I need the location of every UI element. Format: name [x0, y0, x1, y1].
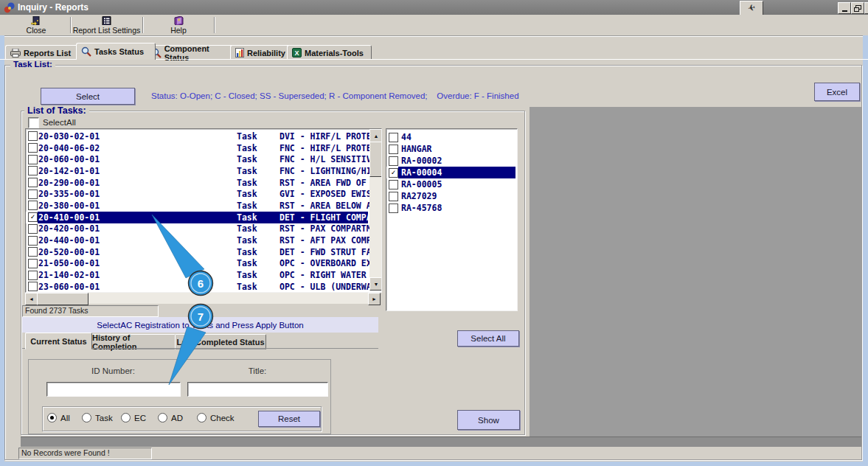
airplane-button[interactable]: ✈ — [740, 1, 763, 15]
radio-ad[interactable]: AD — [158, 413, 183, 422]
radio-label: Task — [95, 414, 113, 422]
row-checkbox[interactable] — [28, 189, 38, 199]
row-checkbox[interactable] — [28, 131, 38, 141]
row-checkbox[interactable] — [28, 236, 38, 246]
scroll-left-button[interactable]: ◄ — [25, 293, 38, 305]
task-row[interactable]: 21-050-00-01TaskOPC - OVERBOARD EX — [26, 258, 368, 270]
aircraft-row[interactable]: HANGAR — [386, 143, 515, 155]
tab-materials-tools[interactable]: X Materials-Tools — [287, 45, 372, 60]
scroll-right-button[interactable]: ► — [368, 293, 381, 305]
id-number-input[interactable] — [46, 382, 181, 397]
aircraft-row[interactable]: RA-00002 — [386, 155, 515, 167]
aircraft-row[interactable]: ✓RA-00004 — [386, 167, 515, 178]
row-checkbox[interactable] — [389, 180, 398, 189]
app-window: Inquiry - Reports ✈ ✕ Close Report List … — [0, 0, 868, 466]
empty-grid-band — [21, 437, 861, 447]
close-button[interactable]: Close — [4, 15, 68, 35]
restore-button[interactable] — [851, 2, 864, 14]
task-row[interactable]: ✓20-410-00-01TaskDET - FLIGHT COMPA — [26, 212, 368, 223]
row-checkbox[interactable] — [28, 282, 38, 291]
hscroll-thumb[interactable] — [37, 293, 88, 305]
scroll-up-button[interactable]: ▲ — [369, 129, 382, 142]
task-type: Task — [237, 223, 257, 234]
row-checkbox[interactable] — [389, 204, 398, 213]
bottom-status-bar: No Records were Found ! — [18, 448, 152, 459]
radio-ec[interactable]: EC — [121, 413, 146, 422]
radio-dot — [82, 413, 91, 422]
radio-label: EC — [134, 414, 146, 422]
show-button[interactable]: Show — [457, 410, 520, 430]
select-all-checkbox[interactable] — [28, 117, 39, 128]
task-row[interactable]: 20-440-00-01TaskRST - AFT PAX COMP — [26, 234, 368, 246]
aircraft-row[interactable]: 44 — [386, 131, 515, 143]
row-checkbox[interactable] — [28, 201, 38, 210]
close-window-button[interactable]: ✕ — [864, 2, 868, 14]
aircraft-select-all-button[interactable]: Select All — [457, 330, 519, 347]
task-row[interactable]: 20-290-00-01TaskRST - AREA FWD OF — [26, 177, 368, 189]
task-hscrollbar[interactable]: ◄ ► — [25, 293, 381, 304]
vscroll-thumb[interactable] — [369, 142, 382, 177]
radio-task[interactable]: Task — [82, 413, 113, 422]
radio-all[interactable]: All — [47, 413, 70, 422]
task-row[interactable]: 20-420-00-01TaskRST - PAX COMPARTM — [26, 223, 368, 235]
tab-component-status[interactable]: Component Status — [146, 45, 240, 60]
task-row[interactable]: 20-335-00-01TaskGVI - EXPOSED EWIS — [26, 188, 368, 200]
task-row[interactable]: 20-142-01-01TaskFNC - LIGHTNING/HI — [26, 165, 368, 177]
task-row[interactable]: 23-060-00-01TaskOPC - ULB (UNDERWA — [26, 281, 368, 293]
row-checkbox[interactable] — [28, 247, 38, 257]
aircraft-row[interactable]: RA-00005 — [386, 178, 515, 190]
task-row[interactable]: 20-380-00-01TaskRST - AREA BELOW A — [26, 200, 368, 212]
task-vscrollbar[interactable]: ▲ ▼ — [369, 129, 381, 291]
title-input[interactable] — [187, 382, 328, 397]
aircraft-registration: RA-00002 — [401, 156, 442, 166]
task-id: 20-040-06-02 — [38, 143, 100, 153]
tab-tasks-status[interactable]: Tasks Status — [76, 43, 156, 60]
row-checkbox[interactable] — [28, 224, 38, 234]
row-checkbox[interactable] — [389, 192, 398, 201]
subtab-current-status[interactable]: Current Status — [25, 333, 92, 350]
frame-right — [863, 35, 868, 466]
report-list-settings-button[interactable]: Report List Settings — [72, 15, 141, 35]
help-button[interactable]: Help — [145, 15, 212, 35]
row-checkbox[interactable]: ✓ — [28, 212, 38, 222]
reset-button-label: Reset — [278, 414, 300, 423]
reset-button[interactable]: Reset — [258, 411, 320, 427]
aircraft-row[interactable]: RA27029 — [386, 190, 515, 202]
tab-reports-list[interactable]: Reports List — [5, 45, 86, 60]
aircraft-row[interactable]: RA-45768 — [386, 202, 515, 214]
aircraft-rows: 44HANGARRA-00002✓RA-00004RA-00005RA27029… — [386, 131, 515, 214]
task-row[interactable]: 20-040-06-02TaskFNC - HIRF/L PROTE — [26, 142, 368, 154]
radio-label: AD — [171, 414, 183, 422]
subtab-last-completed-status[interactable]: Last Completed Status — [175, 334, 266, 350]
task-listbox: 20-030-02-01TaskDVI - HIRF/L PROTE20-040… — [25, 128, 382, 293]
row-checkbox[interactable] — [28, 155, 38, 164]
task-description: RST - AREA BELOW A — [280, 201, 372, 211]
task-type: Task — [237, 270, 257, 280]
title-bar — [0, 0, 868, 15]
list-of-tasks-label: List of Tasks: — [24, 105, 89, 116]
row-checkbox[interactable] — [28, 166, 38, 175]
task-row[interactable]: 20-030-02-01TaskDVI - HIRF/L PROTE — [26, 131, 368, 142]
select-button[interactable]: Select — [41, 88, 135, 105]
frame-bottom — [0, 462, 868, 466]
task-type: Task — [237, 282, 257, 292]
subtab-history-of-completion[interactable]: History of Completion — [91, 334, 176, 350]
radio-check[interactable]: Check — [197, 413, 235, 422]
task-row[interactable]: 20-520-00-01TaskDET - FWD STRUT FA — [26, 246, 368, 258]
task-row[interactable]: 21-140-02-01TaskOPC - RIGHT WATER — [26, 269, 368, 281]
row-checkbox[interactable] — [28, 178, 38, 187]
task-row[interactable]: 20-060-00-01TaskFNC - H/L SENSITIV — [26, 153, 368, 165]
radio-dot — [47, 413, 57, 422]
row-checkbox[interactable] — [28, 259, 38, 268]
help-button-label: Help — [170, 26, 187, 35]
row-checkbox[interactable] — [28, 143, 38, 153]
row-checkbox[interactable] — [389, 145, 398, 154]
row-checkbox[interactable]: ✓ — [389, 168, 398, 178]
scroll-down-button[interactable]: ▼ — [369, 277, 382, 291]
row-checkbox[interactable] — [389, 133, 398, 142]
row-checkbox[interactable] — [389, 156, 398, 166]
minimize-button[interactable] — [838, 2, 851, 14]
excel-button[interactable]: Excel — [814, 83, 860, 101]
row-checkbox[interactable] — [28, 271, 38, 280]
aircraft-registration: RA-00004 — [401, 167, 442, 178]
